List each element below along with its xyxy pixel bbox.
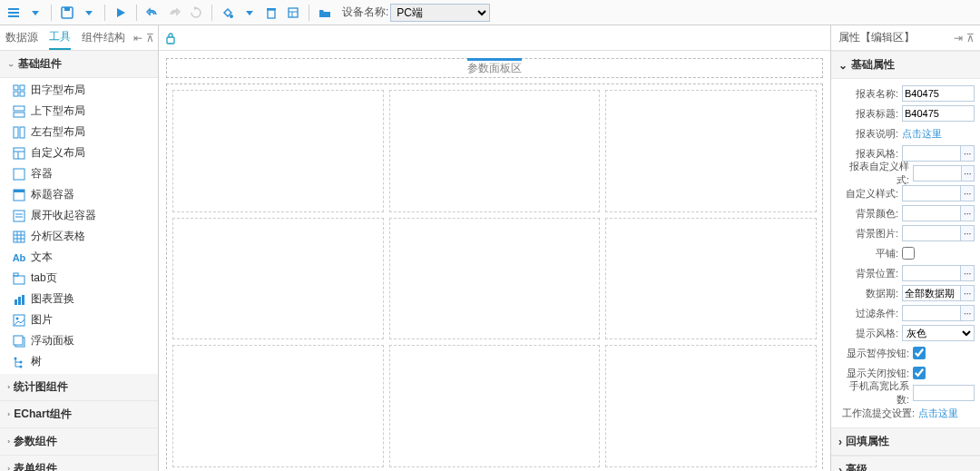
ellipsis-button[interactable]: ··· (961, 225, 975, 241)
right-panel-title-bar: 属性【编辑区】 ⇥ ⊼ (831, 25, 980, 51)
refresh-icon[interactable] (186, 3, 206, 23)
component-collapse-container[interactable]: 展开收起容器 (0, 205, 158, 226)
layout-cell[interactable] (172, 345, 384, 467)
svg-marker-8 (194, 6, 198, 10)
layout-cell[interactable] (605, 218, 817, 340)
play-icon[interactable] (111, 3, 131, 23)
layout-cell[interactable] (605, 345, 817, 467)
layout-grid[interactable] (166, 83, 823, 471)
ellipsis-button[interactable]: ··· (962, 165, 975, 182)
prop-group-backfill[interactable]: › 回填属性 (831, 427, 980, 456)
lbl-show-pause: 显示暂停按钮: (837, 347, 913, 360)
input-bg-pos[interactable] (902, 265, 961, 281)
link-report-desc[interactable]: 点击这里 (902, 127, 942, 141)
component-label: 田字型布局 (31, 83, 85, 98)
ellipsis-button[interactable]: ··· (961, 205, 975, 221)
component-tree[interactable]: 树 (0, 351, 158, 372)
layout-cell[interactable] (389, 345, 601, 467)
group-stat-chart[interactable]: ›统计图组件 (0, 374, 158, 401)
tab-datasource[interactable]: 数据源 (5, 26, 38, 49)
component-chart-swap[interactable]: 图表置换 (0, 289, 158, 309)
input-data-period[interactable] (902, 285, 961, 301)
redo-icon[interactable] (164, 3, 184, 23)
ellipsis-button[interactable]: ··· (961, 305, 975, 321)
lock-icon[interactable] (164, 32, 177, 44)
select-hint-style[interactable]: 灰色 (902, 325, 975, 341)
tab-structure[interactable]: 组件结构 (82, 26, 125, 49)
group-title: EChart组件 (14, 407, 71, 422)
dropdown-arrow-icon[interactable] (79, 3, 99, 23)
layout-cell[interactable] (172, 90, 384, 212)
separator (211, 5, 212, 21)
dropdown-arrow-icon[interactable] (25, 3, 45, 23)
input-custom-report-style[interactable] (913, 165, 962, 182)
component-text[interactable]: Ab文本 (0, 247, 158, 268)
input-filter[interactable] (902, 305, 961, 321)
check-tile[interactable] (902, 247, 915, 260)
link-workflow[interactable]: 点击这里 (918, 407, 958, 420)
undo-icon[interactable] (142, 3, 162, 23)
lbl-bg-image: 背景图片: (837, 227, 902, 240)
layout-cell[interactable] (389, 90, 601, 212)
group-echart[interactable]: ›EChart组件 (0, 401, 158, 428)
tab-tools[interactable]: 工具 (49, 25, 71, 50)
ellipsis-button[interactable]: ··· (961, 185, 975, 201)
delete-icon[interactable] (261, 3, 281, 23)
component-label: 标题容器 (31, 187, 74, 202)
save-icon[interactable] (57, 3, 77, 23)
device-select[interactable]: PC端 (390, 4, 490, 22)
component-image[interactable]: 图片 (0, 309, 158, 330)
component-label: 自定义布局 (31, 145, 85, 161)
svg-rect-25 (14, 148, 24, 159)
component-horizontal-layout[interactable]: 左右型布局 (0, 122, 158, 142)
input-bg-color[interactable] (902, 205, 961, 221)
menu-icon[interactable] (4, 3, 24, 23)
pin-icon[interactable]: ⊼ (146, 32, 154, 44)
prop-group-advanced[interactable]: › 高级 (831, 456, 980, 471)
component-analysis-grid[interactable]: 分析区表格 (0, 226, 158, 247)
input-aspect[interactable] (913, 385, 975, 401)
tree-icon (13, 356, 25, 368)
prop-group-basic[interactable]: ⌄ 基础属性 (831, 51, 980, 79)
svg-marker-7 (117, 8, 125, 17)
layout-cell[interactable] (605, 90, 817, 212)
lbl-bg-color: 背景颜色: (837, 207, 902, 221)
group-form[interactable]: ›表单组件 (0, 456, 158, 471)
component-container[interactable]: 容器 (0, 163, 158, 184)
lbl-report-name: 报表名称: (837, 87, 902, 101)
input-custom-style[interactable] (902, 185, 961, 201)
component-title-container[interactable]: 标题容器 (0, 184, 158, 205)
fill-icon[interactable] (218, 3, 238, 23)
lbl-custom-style: 自定义样式: (837, 187, 902, 201)
folder-icon[interactable] (315, 3, 335, 23)
component-vertical-layout[interactable]: 上下型布局 (0, 101, 158, 122)
param-panel-zone[interactable]: 参数面板区 (166, 58, 823, 78)
svg-rect-19 (14, 92, 18, 96)
check-show-pause[interactable] (913, 347, 926, 359)
layout-cell[interactable] (389, 218, 601, 340)
group-param[interactable]: ›参数组件 (0, 428, 158, 456)
template-icon[interactable] (283, 3, 303, 23)
collapse-icon[interactable]: ⇤ (133, 32, 142, 44)
input-report-name[interactable] (902, 85, 975, 102)
right-panel-title: 属性【编辑区】 (838, 30, 915, 45)
input-bg-image[interactable] (902, 225, 961, 241)
tab-page-icon (13, 272, 25, 285)
ellipsis-button[interactable]: ··· (961, 145, 975, 162)
input-report-title[interactable] (902, 105, 975, 122)
component-tab-page[interactable]: tab页 (0, 268, 158, 289)
ellipsis-button[interactable]: ··· (961, 285, 975, 301)
collapse-icon[interactable]: ⇥ (954, 32, 963, 44)
component-float-panel[interactable]: 浮动面板 (0, 330, 158, 351)
svg-rect-18 (20, 85, 24, 90)
dropdown-arrow-icon[interactable] (240, 3, 260, 23)
ellipsis-button[interactable]: ··· (961, 265, 975, 281)
lbl-hint-style: 提示风格: (837, 327, 902, 340)
component-custom-layout[interactable]: 自定义布局 (0, 142, 158, 163)
layout-cell[interactable] (172, 218, 384, 340)
pin-icon[interactable]: ⊼ (966, 32, 975, 44)
group-basic-components[interactable]: ⌄ 基础组件 (0, 51, 158, 78)
separator (104, 5, 105, 21)
component-grid-layout[interactable]: 田字型布局 (0, 80, 158, 101)
check-show-close[interactable] (913, 367, 926, 379)
